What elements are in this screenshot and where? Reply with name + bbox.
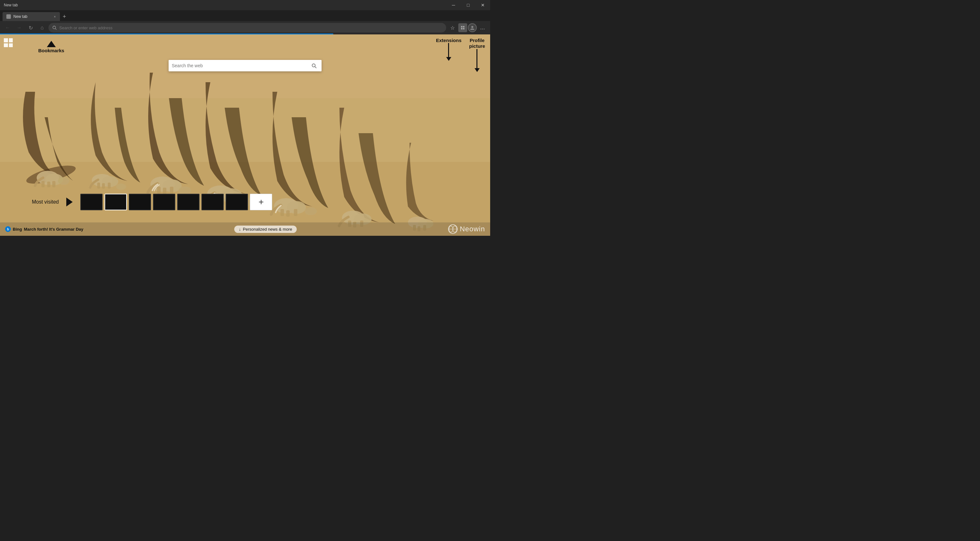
svg-rect-14 [47,181,50,187]
windows-square-4 [9,43,13,48]
news-icon: ↓ [239,227,241,232]
more-button[interactable]: … [477,22,488,33]
bing-tagline: March forth! It's Grammar Day [24,227,83,232]
extensions-arrowhead [446,57,451,61]
bing-label: Bing [13,227,22,232]
profile-arrow-line [476,49,477,68]
news-label: Personalized news & more [243,227,292,232]
address-bar-row: ← → ↻ ⌂ ☆ [0,21,490,34]
current-tab[interactable]: New tab × [3,12,60,21]
profile-icon [470,25,475,30]
svg-rect-3 [463,26,465,27]
toolbar-right: ☆ … [447,22,488,33]
new-tab-page: Bookmarks Extensions Profilepicture Most… [0,34,490,236]
profile-arrowhead [474,68,480,72]
site-thumb-4[interactable] [153,194,175,210]
title-bar-text: New tab [4,3,18,7]
svg-point-46 [58,177,70,185]
svg-rect-2 [461,26,463,27]
search-icon [52,25,57,30]
neowin-watermark: Neowin [448,224,485,234]
extensions-annotation: Extensions [436,38,461,61]
svg-line-52 [315,67,316,68]
forward-button[interactable]: → [14,22,24,33]
bing-icon: b [5,226,11,232]
svg-point-47 [116,183,126,190]
site-thumbnails: + [80,194,272,210]
windows-button[interactable] [4,38,13,47]
svg-point-6 [471,26,473,28]
refresh-button[interactable]: ↻ [25,22,36,33]
extensions-icon [461,25,465,30]
search-bar [169,60,321,72]
search-icon [311,63,317,68]
profile-annotation: Profilepicture [469,38,485,72]
bing-logo: b Bing March forth! It's Grammar Day [5,226,83,232]
most-visited-label: Most visited [32,199,59,205]
site-thumb-7[interactable] [226,194,248,210]
most-visited-section: Most visited + [0,194,490,210]
windows-square-3 [4,43,8,48]
search-bar-container [169,60,321,72]
most-visited-arrow [66,197,73,207]
tab-bar: New tab × + [0,10,490,21]
svg-rect-18 [97,183,100,189]
svg-rect-13 [41,181,45,187]
windows-square-1 [4,38,8,42]
title-bar: New tab ─ □ ✕ [0,0,490,10]
back-button[interactable]: ← [3,22,13,33]
site-thumb-2[interactable] [105,194,127,210]
add-site-button[interactable]: + [250,194,272,210]
svg-rect-19 [102,183,105,189]
profile-button[interactable] [468,23,477,32]
svg-point-0 [53,26,56,29]
svg-rect-34 [286,210,290,216]
window-controls: ─ □ ✕ [446,0,490,10]
site-thumb-1[interactable] [80,194,103,210]
site-thumb-6[interactable] [201,194,224,210]
svg-rect-25 [170,187,173,194]
new-tab-button[interactable]: + [60,12,69,21]
maximize-button[interactable]: □ [461,0,476,10]
address-bar[interactable] [48,23,446,32]
home-button[interactable]: ⌂ [37,22,47,33]
close-button[interactable]: ✕ [476,0,490,10]
extensions-label: Extensions [436,38,461,43]
profile-label: Profilepicture [469,38,485,49]
svg-rect-24 [163,188,166,194]
svg-line-1 [56,29,57,30]
tab-favicon [6,14,11,19]
address-input[interactable] [59,25,442,30]
neowin-logo-icon [448,224,458,234]
svg-rect-20 [108,183,111,189]
extensions-button[interactable] [458,23,467,32]
extensions-arrow-line [448,43,449,57]
windows-square-2 [9,38,13,42]
tab-close-button[interactable]: × [52,14,57,19]
tab-label: New tab [13,14,27,19]
news-button[interactable]: ↓ Personalized news & more [234,226,296,233]
site-thumb-5[interactable] [177,194,199,210]
site-thumb-3[interactable] [129,194,151,210]
search-button[interactable] [309,61,318,70]
svg-rect-5 [463,28,465,29]
svg-rect-4 [461,28,463,29]
bottom-bar: b Bing March forth! It's Grammar Day ↓ P… [0,223,490,236]
svg-rect-15 [52,181,56,187]
search-input[interactable] [172,63,307,68]
svg-rect-23 [157,187,161,194]
svg-point-51 [312,64,315,67]
minimize-button[interactable]: ─ [446,0,461,10]
neowin-text: Neowin [460,225,485,233]
favorites-button[interactable]: ☆ [447,22,458,33]
